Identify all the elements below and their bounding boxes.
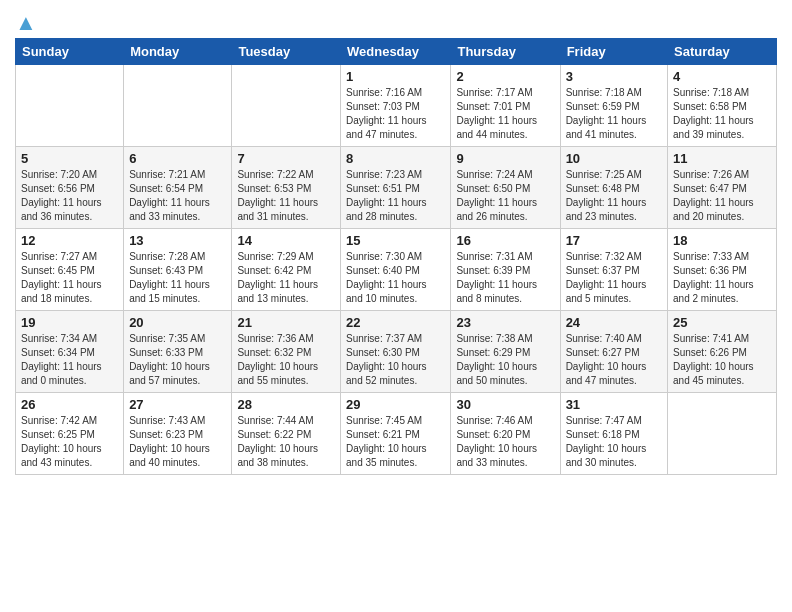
day-cell: 20Sunrise: 7:35 AMSunset: 6:33 PMDayligh… — [124, 311, 232, 393]
day-info: Sunrise: 7:32 AMSunset: 6:37 PMDaylight:… — [566, 250, 662, 306]
day-number: 18 — [673, 233, 771, 248]
day-cell: 6Sunrise: 7:21 AMSunset: 6:54 PMDaylight… — [124, 147, 232, 229]
day-cell: 1Sunrise: 7:16 AMSunset: 7:03 PMDaylight… — [341, 65, 451, 147]
day-cell: 15Sunrise: 7:30 AMSunset: 6:40 PMDayligh… — [341, 229, 451, 311]
header: ▲ — [15, 10, 777, 30]
day-cell: 2Sunrise: 7:17 AMSunset: 7:01 PMDaylight… — [451, 65, 560, 147]
day-info: Sunrise: 7:28 AMSunset: 6:43 PMDaylight:… — [129, 250, 226, 306]
day-cell: 31Sunrise: 7:47 AMSunset: 6:18 PMDayligh… — [560, 393, 667, 475]
day-cell: 28Sunrise: 7:44 AMSunset: 6:22 PMDayligh… — [232, 393, 341, 475]
day-cell: 9Sunrise: 7:24 AMSunset: 6:50 PMDaylight… — [451, 147, 560, 229]
day-info: Sunrise: 7:26 AMSunset: 6:47 PMDaylight:… — [673, 168, 771, 224]
day-info: Sunrise: 7:44 AMSunset: 6:22 PMDaylight:… — [237, 414, 335, 470]
day-info: Sunrise: 7:37 AMSunset: 6:30 PMDaylight:… — [346, 332, 445, 388]
day-number: 3 — [566, 69, 662, 84]
day-info: Sunrise: 7:24 AMSunset: 6:50 PMDaylight:… — [456, 168, 554, 224]
day-number: 14 — [237, 233, 335, 248]
day-info: Sunrise: 7:22 AMSunset: 6:53 PMDaylight:… — [237, 168, 335, 224]
day-info: Sunrise: 7:18 AMSunset: 6:59 PMDaylight:… — [566, 86, 662, 142]
day-cell: 22Sunrise: 7:37 AMSunset: 6:30 PMDayligh… — [341, 311, 451, 393]
day-cell: 27Sunrise: 7:43 AMSunset: 6:23 PMDayligh… — [124, 393, 232, 475]
logo: ▲ — [15, 10, 37, 30]
day-number: 24 — [566, 315, 662, 330]
day-cell: 30Sunrise: 7:46 AMSunset: 6:20 PMDayligh… — [451, 393, 560, 475]
header-row: SundayMondayTuesdayWednesdayThursdayFrid… — [16, 39, 777, 65]
day-cell: 14Sunrise: 7:29 AMSunset: 6:42 PMDayligh… — [232, 229, 341, 311]
day-number: 15 — [346, 233, 445, 248]
day-cell — [232, 65, 341, 147]
day-number: 8 — [346, 151, 445, 166]
day-number: 7 — [237, 151, 335, 166]
day-cell — [16, 65, 124, 147]
day-number: 1 — [346, 69, 445, 84]
day-info: Sunrise: 7:38 AMSunset: 6:29 PMDaylight:… — [456, 332, 554, 388]
day-number: 26 — [21, 397, 118, 412]
day-cell: 11Sunrise: 7:26 AMSunset: 6:47 PMDayligh… — [668, 147, 777, 229]
page: ▲ SundayMondayTuesdayWednesdayThursdayFr… — [0, 0, 792, 612]
day-cell: 8Sunrise: 7:23 AMSunset: 6:51 PMDaylight… — [341, 147, 451, 229]
day-cell: 23Sunrise: 7:38 AMSunset: 6:29 PMDayligh… — [451, 311, 560, 393]
day-number: 4 — [673, 69, 771, 84]
day-number: 28 — [237, 397, 335, 412]
day-number: 20 — [129, 315, 226, 330]
day-info: Sunrise: 7:36 AMSunset: 6:32 PMDaylight:… — [237, 332, 335, 388]
day-cell: 25Sunrise: 7:41 AMSunset: 6:26 PMDayligh… — [668, 311, 777, 393]
day-number: 31 — [566, 397, 662, 412]
day-number: 25 — [673, 315, 771, 330]
day-number: 16 — [456, 233, 554, 248]
day-number: 21 — [237, 315, 335, 330]
week-row-3: 19Sunrise: 7:34 AMSunset: 6:34 PMDayligh… — [16, 311, 777, 393]
day-info: Sunrise: 7:42 AMSunset: 6:25 PMDaylight:… — [21, 414, 118, 470]
week-row-4: 26Sunrise: 7:42 AMSunset: 6:25 PMDayligh… — [16, 393, 777, 475]
day-number: 23 — [456, 315, 554, 330]
col-header-sunday: Sunday — [16, 39, 124, 65]
col-header-wednesday: Wednesday — [341, 39, 451, 65]
day-number: 13 — [129, 233, 226, 248]
day-info: Sunrise: 7:16 AMSunset: 7:03 PMDaylight:… — [346, 86, 445, 142]
day-info: Sunrise: 7:27 AMSunset: 6:45 PMDaylight:… — [21, 250, 118, 306]
day-cell: 26Sunrise: 7:42 AMSunset: 6:25 PMDayligh… — [16, 393, 124, 475]
day-info: Sunrise: 7:21 AMSunset: 6:54 PMDaylight:… — [129, 168, 226, 224]
day-cell: 7Sunrise: 7:22 AMSunset: 6:53 PMDaylight… — [232, 147, 341, 229]
day-number: 11 — [673, 151, 771, 166]
logo-text: ▲ — [15, 10, 37, 36]
col-header-thursday: Thursday — [451, 39, 560, 65]
day-cell: 13Sunrise: 7:28 AMSunset: 6:43 PMDayligh… — [124, 229, 232, 311]
day-cell: 10Sunrise: 7:25 AMSunset: 6:48 PMDayligh… — [560, 147, 667, 229]
day-number: 9 — [456, 151, 554, 166]
day-info: Sunrise: 7:40 AMSunset: 6:27 PMDaylight:… — [566, 332, 662, 388]
day-info: Sunrise: 7:20 AMSunset: 6:56 PMDaylight:… — [21, 168, 118, 224]
day-info: Sunrise: 7:31 AMSunset: 6:39 PMDaylight:… — [456, 250, 554, 306]
day-cell: 18Sunrise: 7:33 AMSunset: 6:36 PMDayligh… — [668, 229, 777, 311]
col-header-monday: Monday — [124, 39, 232, 65]
day-cell: 4Sunrise: 7:18 AMSunset: 6:58 PMDaylight… — [668, 65, 777, 147]
day-number: 17 — [566, 233, 662, 248]
week-row-2: 12Sunrise: 7:27 AMSunset: 6:45 PMDayligh… — [16, 229, 777, 311]
day-cell — [124, 65, 232, 147]
day-cell: 16Sunrise: 7:31 AMSunset: 6:39 PMDayligh… — [451, 229, 560, 311]
day-cell: 12Sunrise: 7:27 AMSunset: 6:45 PMDayligh… — [16, 229, 124, 311]
day-info: Sunrise: 7:33 AMSunset: 6:36 PMDaylight:… — [673, 250, 771, 306]
day-cell: 19Sunrise: 7:34 AMSunset: 6:34 PMDayligh… — [16, 311, 124, 393]
col-header-friday: Friday — [560, 39, 667, 65]
day-info: Sunrise: 7:34 AMSunset: 6:34 PMDaylight:… — [21, 332, 118, 388]
day-cell: 21Sunrise: 7:36 AMSunset: 6:32 PMDayligh… — [232, 311, 341, 393]
day-info: Sunrise: 7:43 AMSunset: 6:23 PMDaylight:… — [129, 414, 226, 470]
day-cell: 24Sunrise: 7:40 AMSunset: 6:27 PMDayligh… — [560, 311, 667, 393]
day-info: Sunrise: 7:35 AMSunset: 6:33 PMDaylight:… — [129, 332, 226, 388]
week-row-1: 5Sunrise: 7:20 AMSunset: 6:56 PMDaylight… — [16, 147, 777, 229]
day-info: Sunrise: 7:29 AMSunset: 6:42 PMDaylight:… — [237, 250, 335, 306]
day-info: Sunrise: 7:30 AMSunset: 6:40 PMDaylight:… — [346, 250, 445, 306]
day-info: Sunrise: 7:18 AMSunset: 6:58 PMDaylight:… — [673, 86, 771, 142]
day-info: Sunrise: 7:25 AMSunset: 6:48 PMDaylight:… — [566, 168, 662, 224]
day-number: 19 — [21, 315, 118, 330]
week-row-0: 1Sunrise: 7:16 AMSunset: 7:03 PMDaylight… — [16, 65, 777, 147]
day-cell: 29Sunrise: 7:45 AMSunset: 6:21 PMDayligh… — [341, 393, 451, 475]
day-number: 12 — [21, 233, 118, 248]
col-header-tuesday: Tuesday — [232, 39, 341, 65]
day-info: Sunrise: 7:17 AMSunset: 7:01 PMDaylight:… — [456, 86, 554, 142]
day-number: 6 — [129, 151, 226, 166]
day-cell: 3Sunrise: 7:18 AMSunset: 6:59 PMDaylight… — [560, 65, 667, 147]
calendar-table: SundayMondayTuesdayWednesdayThursdayFrid… — [15, 38, 777, 475]
day-number: 29 — [346, 397, 445, 412]
